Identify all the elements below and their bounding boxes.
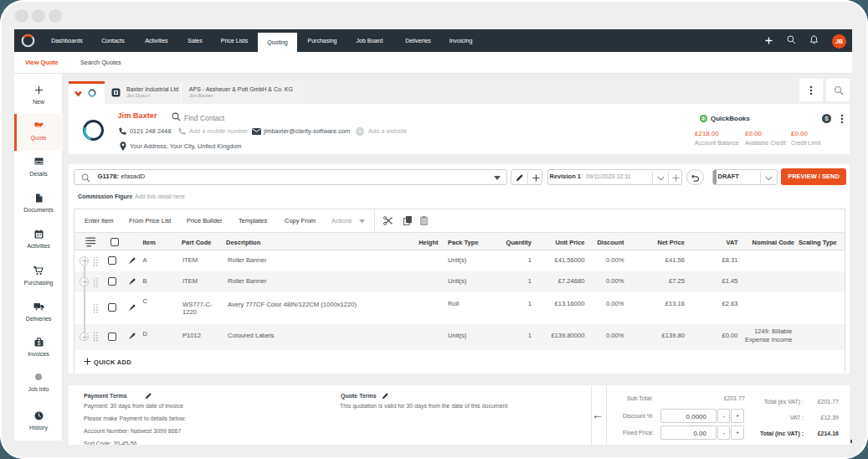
svg-text:$: $ [37, 340, 40, 346]
svg-text:$: $ [824, 115, 829, 122]
